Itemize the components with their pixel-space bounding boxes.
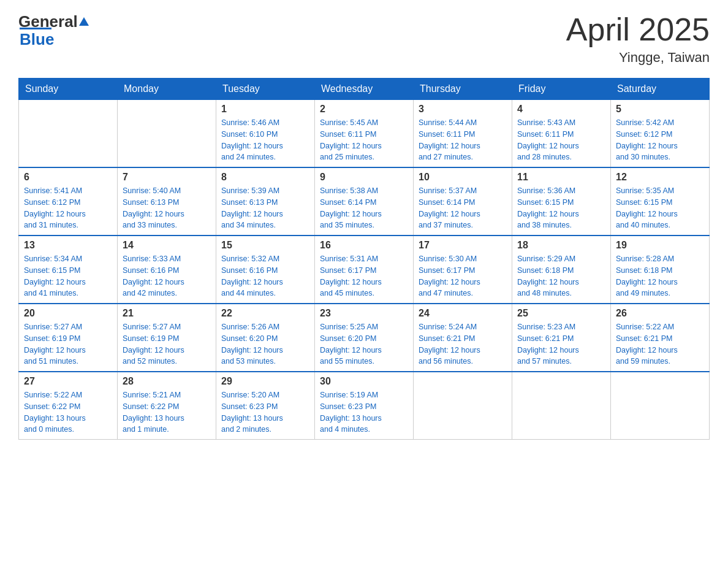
day-info: Sunrise: 5:26 AM Sunset: 6:20 PM Dayligh…: [221, 321, 309, 367]
calendar-cell: [611, 372, 710, 440]
calendar-cell: 15Sunrise: 5:32 AM Sunset: 6:16 PM Dayli…: [216, 236, 315, 304]
calendar-cell: 3Sunrise: 5:44 AM Sunset: 6:11 PM Daylig…: [414, 100, 512, 168]
day-info: Sunrise: 5:36 AM Sunset: 6:15 PM Dayligh…: [517, 185, 605, 231]
day-info: Sunrise: 5:45 AM Sunset: 6:11 PM Dayligh…: [320, 117, 408, 163]
calendar-cell: 5Sunrise: 5:42 AM Sunset: 6:12 PM Daylig…: [611, 100, 710, 168]
logo: General Blue: [18, 12, 90, 49]
calendar-cell: 10Sunrise: 5:37 AM Sunset: 6:14 PM Dayli…: [414, 167, 512, 236]
calendar-cell: 22Sunrise: 5:26 AM Sunset: 6:20 PM Dayli…: [216, 304, 315, 372]
header-sunday: Sunday: [19, 79, 118, 100]
day-number: 3: [419, 104, 507, 115]
day-number: 29: [221, 376, 309, 387]
day-info: Sunrise: 5:32 AM Sunset: 6:16 PM Dayligh…: [221, 253, 309, 299]
header-wednesday: Wednesday: [315, 79, 414, 100]
calendar-cell: 13Sunrise: 5:34 AM Sunset: 6:15 PM Dayli…: [19, 236, 118, 304]
calendar-week-row: 27Sunrise: 5:22 AM Sunset: 6:22 PM Dayli…: [19, 372, 710, 440]
day-number: 2: [320, 104, 408, 115]
day-number: 6: [24, 172, 112, 183]
day-info: Sunrise: 5:40 AM Sunset: 6:13 PM Dayligh…: [123, 185, 211, 231]
day-number: 13: [24, 240, 112, 251]
day-info: Sunrise: 5:27 AM Sunset: 6:19 PM Dayligh…: [24, 321, 112, 367]
calendar-cell: 19Sunrise: 5:28 AM Sunset: 6:18 PM Dayli…: [611, 236, 710, 304]
title-section: April 2025 Yingge, Taiwan: [566, 12, 710, 66]
calendar-cell: 23Sunrise: 5:25 AM Sunset: 6:20 PM Dayli…: [315, 304, 414, 372]
day-info: Sunrise: 5:42 AM Sunset: 6:12 PM Dayligh…: [616, 117, 704, 163]
calendar-cell: 8Sunrise: 5:39 AM Sunset: 6:13 PM Daylig…: [216, 167, 315, 236]
day-number: 26: [616, 308, 704, 319]
calendar-cell: 6Sunrise: 5:41 AM Sunset: 6:12 PM Daylig…: [19, 167, 118, 236]
day-number: 10: [419, 172, 507, 183]
calendar-cell: 17Sunrise: 5:30 AM Sunset: 6:17 PM Dayli…: [414, 236, 512, 304]
calendar-cell: [512, 372, 611, 440]
calendar-cell: 2Sunrise: 5:45 AM Sunset: 6:11 PM Daylig…: [315, 100, 414, 168]
day-number: 8: [221, 172, 309, 183]
day-info: Sunrise: 5:33 AM Sunset: 6:16 PM Dayligh…: [123, 253, 211, 299]
calendar-header-row: SundayMondayTuesdayWednesdayThursdayFrid…: [19, 79, 710, 100]
svg-marker-0: [79, 17, 89, 26]
day-number: 1: [221, 104, 309, 115]
day-info: Sunrise: 5:29 AM Sunset: 6:18 PM Dayligh…: [517, 253, 605, 299]
calendar-cell: 1Sunrise: 5:46 AM Sunset: 6:10 PM Daylig…: [216, 100, 315, 168]
day-info: Sunrise: 5:35 AM Sunset: 6:15 PM Dayligh…: [616, 185, 704, 231]
day-info: Sunrise: 5:20 AM Sunset: 6:23 PM Dayligh…: [221, 389, 309, 435]
day-info: Sunrise: 5:22 AM Sunset: 6:22 PM Dayligh…: [24, 389, 112, 435]
calendar-cell: 30Sunrise: 5:19 AM Sunset: 6:23 PM Dayli…: [315, 372, 414, 440]
day-info: Sunrise: 5:34 AM Sunset: 6:15 PM Dayligh…: [24, 253, 112, 299]
calendar-cell: 9Sunrise: 5:38 AM Sunset: 6:14 PM Daylig…: [315, 167, 414, 236]
calendar-cell: [414, 372, 512, 440]
day-number: 20: [24, 308, 112, 319]
page-header: General Blue April 2025 Yingge, Taiwan: [18, 12, 710, 66]
day-info: Sunrise: 5:30 AM Sunset: 6:17 PM Dayligh…: [419, 253, 507, 299]
day-info: Sunrise: 5:41 AM Sunset: 6:12 PM Dayligh…: [24, 185, 112, 231]
day-info: Sunrise: 5:27 AM Sunset: 6:19 PM Dayligh…: [123, 321, 211, 367]
day-info: Sunrise: 5:31 AM Sunset: 6:17 PM Dayligh…: [320, 253, 408, 299]
day-info: Sunrise: 5:39 AM Sunset: 6:13 PM Dayligh…: [221, 185, 309, 231]
calendar-cell: 21Sunrise: 5:27 AM Sunset: 6:19 PM Dayli…: [118, 304, 216, 372]
header-tuesday: Tuesday: [216, 79, 315, 100]
calendar-cell: 7Sunrise: 5:40 AM Sunset: 6:13 PM Daylig…: [118, 167, 216, 236]
calendar-cell: 20Sunrise: 5:27 AM Sunset: 6:19 PM Dayli…: [19, 304, 118, 372]
calendar-cell: 26Sunrise: 5:22 AM Sunset: 6:21 PM Dayli…: [611, 304, 710, 372]
day-number: 23: [320, 308, 408, 319]
calendar-cell: 27Sunrise: 5:22 AM Sunset: 6:22 PM Dayli…: [19, 372, 118, 440]
day-number: 5: [616, 104, 704, 115]
calendar-cell: 11Sunrise: 5:36 AM Sunset: 6:15 PM Dayli…: [512, 167, 611, 236]
day-info: Sunrise: 5:28 AM Sunset: 6:18 PM Dayligh…: [616, 253, 704, 299]
calendar-cell: [19, 100, 118, 168]
header-friday: Friday: [512, 79, 611, 100]
day-number: 25: [517, 308, 605, 319]
calendar-cell: 28Sunrise: 5:21 AM Sunset: 6:22 PM Dayli…: [118, 372, 216, 440]
logo-blue-text: Blue: [20, 30, 54, 48]
day-info: Sunrise: 5:19 AM Sunset: 6:23 PM Dayligh…: [320, 389, 408, 435]
day-info: Sunrise: 5:22 AM Sunset: 6:21 PM Dayligh…: [616, 321, 704, 367]
day-info: Sunrise: 5:24 AM Sunset: 6:21 PM Dayligh…: [419, 321, 507, 367]
day-number: 4: [517, 104, 605, 115]
calendar-week-row: 1Sunrise: 5:46 AM Sunset: 6:10 PM Daylig…: [19, 100, 710, 168]
day-info: Sunrise: 5:43 AM Sunset: 6:11 PM Dayligh…: [517, 117, 605, 163]
logo-triangle-icon: [78, 12, 90, 31]
day-number: 22: [221, 308, 309, 319]
calendar-cell: [118, 100, 216, 168]
day-info: Sunrise: 5:21 AM Sunset: 6:22 PM Dayligh…: [123, 389, 211, 435]
calendar-cell: 18Sunrise: 5:29 AM Sunset: 6:18 PM Dayli…: [512, 236, 611, 304]
day-number: 27: [24, 376, 112, 387]
day-number: 16: [320, 240, 408, 251]
calendar-cell: 14Sunrise: 5:33 AM Sunset: 6:16 PM Dayli…: [118, 236, 216, 304]
calendar-cell: 4Sunrise: 5:43 AM Sunset: 6:11 PM Daylig…: [512, 100, 611, 168]
calendar-cell: 12Sunrise: 5:35 AM Sunset: 6:15 PM Dayli…: [611, 167, 710, 236]
day-number: 11: [517, 172, 605, 183]
calendar-cell: 16Sunrise: 5:31 AM Sunset: 6:17 PM Dayli…: [315, 236, 414, 304]
day-number: 17: [419, 240, 507, 251]
day-number: 7: [123, 172, 211, 183]
calendar-week-row: 13Sunrise: 5:34 AM Sunset: 6:15 PM Dayli…: [19, 236, 710, 304]
day-info: Sunrise: 5:37 AM Sunset: 6:14 PM Dayligh…: [419, 185, 507, 231]
day-number: 18: [517, 240, 605, 251]
day-info: Sunrise: 5:44 AM Sunset: 6:11 PM Dayligh…: [419, 117, 507, 163]
calendar-cell: 29Sunrise: 5:20 AM Sunset: 6:23 PM Dayli…: [216, 372, 315, 440]
calendar-week-row: 20Sunrise: 5:27 AM Sunset: 6:19 PM Dayli…: [19, 304, 710, 372]
day-number: 28: [123, 376, 211, 387]
day-number: 21: [123, 308, 211, 319]
month-title: April 2025: [566, 12, 710, 47]
header-monday: Monday: [118, 79, 216, 100]
calendar-table: SundayMondayTuesdayWednesdayThursdayFrid…: [18, 78, 710, 440]
